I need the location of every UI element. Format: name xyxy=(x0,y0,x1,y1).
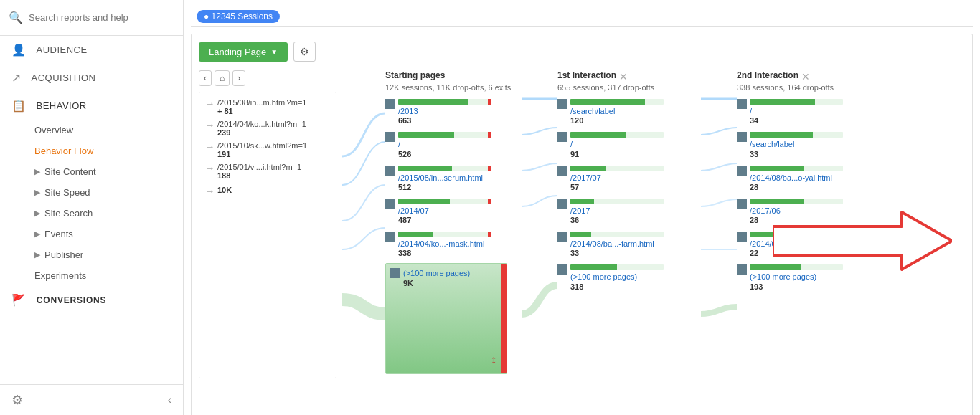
sidebar-subitem-behavior-flow[interactable]: Behavior Flow xyxy=(0,140,183,161)
page-bar xyxy=(570,166,664,171)
sidebar-subitem-experiments[interactable]: Experiments xyxy=(0,265,183,286)
segment-arrow-icon: → xyxy=(205,98,215,109)
page-bar xyxy=(570,264,664,270)
page-count: 526 xyxy=(398,150,491,158)
page-url: /2015/08/in...serum.html xyxy=(398,173,491,183)
page-icon xyxy=(557,232,567,242)
page-icon xyxy=(737,264,747,275)
page-count: 28 xyxy=(750,183,843,191)
nav-arrows: ‹ ⌂ › xyxy=(199,70,336,86)
scroll-indicator-icon: ↕ xyxy=(491,353,496,366)
flow-controls: Landing Page ▼ ⚙ xyxy=(199,42,965,62)
page-url: /2014/07 xyxy=(398,206,491,216)
collapse-icon[interactable]: ‹ xyxy=(168,393,171,406)
page-url: /search/label xyxy=(750,139,843,149)
site-speed-label: Site Speed xyxy=(44,187,90,198)
page-bar xyxy=(750,166,843,171)
segment-count: 10K xyxy=(217,186,232,194)
starting-pages-title: Starting pages xyxy=(385,70,522,80)
list-item: → /2015/08/in...m.html?m=1 + 81 xyxy=(205,98,330,115)
page-icon xyxy=(385,199,395,209)
page-bar xyxy=(398,132,491,138)
chevron-down-icon: ▼ xyxy=(270,48,278,56)
sidebar-subitem-site-search[interactable]: ▶ Site Search xyxy=(0,203,183,224)
sidebar-subitem-site-content[interactable]: ▶ Site Content xyxy=(0,161,183,182)
sidebar-subitem-events[interactable]: ▶ Events xyxy=(0,224,183,244)
page-count: 33 xyxy=(750,150,843,158)
second-interaction-close[interactable]: ✕ xyxy=(801,71,810,82)
sidebar-item-acquisition[interactable]: ↗ ACQUISITION xyxy=(0,64,183,92)
large-page-block: (>100 more pages) 9K ↕ xyxy=(385,263,507,374)
landing-page-label: Landing Page xyxy=(209,47,266,57)
site-content-label: Site Content xyxy=(44,166,96,177)
flow-container: Landing Page ▼ ⚙ ‹ ⌂ › → xyxy=(191,34,973,415)
page-url: /2014/08/ba...-farm.html xyxy=(570,239,664,249)
search-icon: 🔍 xyxy=(9,11,23,24)
page-url: (>100 more pages) xyxy=(403,268,470,278)
segment-count: 191 xyxy=(217,150,307,158)
search-bar[interactable]: 🔍 xyxy=(0,0,183,36)
nav-prev-button[interactable]: ‹ xyxy=(199,70,212,86)
page-count: 487 xyxy=(398,216,491,224)
behavior-label: BEHAVIOR xyxy=(37,100,87,111)
page-icon xyxy=(737,99,747,109)
acquisition-label: ACQUISITION xyxy=(32,72,96,83)
list-item: / 91 xyxy=(557,130,701,158)
list-item: /2014/08/ba...o-yai.html 28 xyxy=(737,164,880,191)
page-icon xyxy=(390,268,400,278)
site-speed-arrow: ▶ xyxy=(34,188,40,197)
page-icon xyxy=(557,264,567,275)
list-item: /search/label 120 xyxy=(557,97,701,125)
flow-settings-icon: ⚙ xyxy=(300,46,309,57)
page-bar xyxy=(750,99,843,105)
search-input[interactable] xyxy=(29,12,174,23)
page-count: 33 xyxy=(570,249,664,257)
page-bar xyxy=(750,132,843,138)
audience-label: AUDIENCE xyxy=(37,44,88,55)
sidebar-subitem-site-speed[interactable]: ▶ Site Speed xyxy=(0,182,183,203)
segment-block: → /2015/08/in...m.html?m=1 + 81 → /2014/… xyxy=(199,92,336,378)
nav-home-button[interactable]: ⌂ xyxy=(215,70,230,86)
list-item: /2014/08/ba...-farm.html 33 xyxy=(557,230,701,257)
first-interaction-close[interactable]: ✕ xyxy=(619,71,628,82)
page-url: /search/label xyxy=(570,106,664,116)
site-search-label: Site Search xyxy=(44,208,93,219)
page-bar xyxy=(570,199,664,204)
page-count: 36 xyxy=(570,216,664,224)
landing-page-dropdown[interactable]: Landing Page ▼ xyxy=(199,42,288,62)
segment-url: /2014/04/ko...k.html?m=1 xyxy=(217,120,306,128)
page-url: /2013 xyxy=(398,106,491,116)
starting-pages-header: Starting pages 12K sessions, 11K drop-of… xyxy=(385,70,522,92)
sidebar-subitem-overview[interactable]: Overview xyxy=(0,120,183,140)
main-content: ● 12345 Sessions Landing Page ▼ ⚙ ‹ ⌂ › xyxy=(184,0,980,415)
settings-icon[interactable]: ⚙ xyxy=(11,392,23,408)
first-interaction-sub: 655 sessions, 317 drop-offs xyxy=(557,83,701,92)
page-count: 91 xyxy=(570,150,664,158)
list-item: /2013 663 xyxy=(385,97,522,125)
sidebar-subitem-publisher[interactable]: ▶ Publisher xyxy=(0,244,183,265)
session-badge: ● 12345 Sessions xyxy=(197,10,280,23)
page-url: /2014/08/ba...o-yai.html xyxy=(750,173,843,183)
flow-settings-button[interactable]: ⚙ xyxy=(293,42,316,62)
page-bar xyxy=(750,199,843,204)
list-item: /2014/07 487 xyxy=(385,197,522,224)
list-item: /2014/04/ko...-mask.html 338 xyxy=(385,230,522,257)
nav-next-button[interactable]: › xyxy=(232,70,245,86)
page-icon xyxy=(385,232,395,242)
page-icon xyxy=(737,199,747,209)
header-strip: ● 12345 Sessions xyxy=(191,7,973,27)
page-bar xyxy=(570,99,664,105)
segment-count: 239 xyxy=(217,128,306,137)
sidebar-footer: ⚙ ‹ xyxy=(0,384,183,415)
page-icon xyxy=(737,166,747,176)
overview-label: Overview xyxy=(34,125,73,135)
sidebar-item-conversions[interactable]: 🚩 CONVERSIONS xyxy=(0,286,183,314)
connector-svg-middle xyxy=(522,70,557,415)
first-interaction-header: 1st Interaction ✕ 655 sessions, 317 drop… xyxy=(557,70,701,92)
page-url: / xyxy=(570,139,664,149)
sidebar-item-audience[interactable]: 👤 AUDIENCE xyxy=(0,36,183,64)
list-item: (>100 more pages) 318 xyxy=(557,263,701,290)
page-url: (>100 more pages) xyxy=(570,272,664,282)
page-url: / xyxy=(750,106,843,116)
sidebar-item-behavior[interactable]: 📋 BEHAVIOR xyxy=(0,92,183,120)
